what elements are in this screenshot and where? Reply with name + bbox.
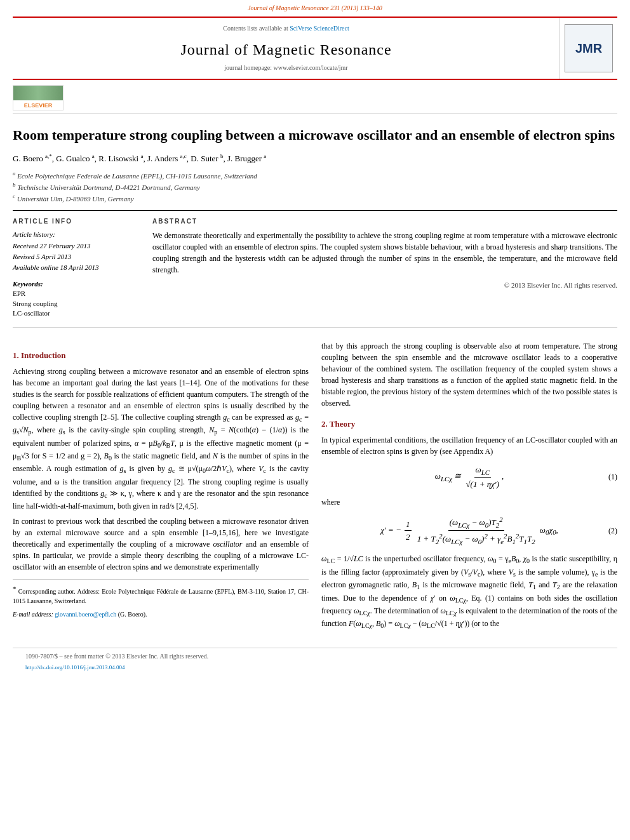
abstract-column: ABSTRACT We demonstrate theoretically an…: [152, 217, 617, 318]
theory-para2: ωLC = 1/√LC is the unperturbed oscillato…: [321, 553, 617, 630]
keyword-epr: EPR: [13, 289, 140, 298]
authors-text: G. Boero a,*, G. Gualco a, R. Lisowski a…: [13, 154, 266, 163]
footnote-email: E-mail address: giovanni.boero@epfl.ch (…: [13, 610, 309, 619]
intro-para1: Achieving strong coupling between a micr…: [13, 366, 309, 512]
eq1-fraction: ωLC √(1 + ηχ′): [464, 463, 500, 490]
equation-1-content: ωLCχ ≅ ωLC √(1 + ηχ′) ,: [321, 463, 617, 490]
email-link[interactable]: giovanni.boero@epfl.ch: [55, 611, 116, 618]
keyword-strong-coupling: Strong coupling: [13, 299, 140, 309]
keywords-section: Keywords: EPR Strong coupling LC-oscilla…: [13, 279, 140, 319]
copyright-line: © 2013 Elsevier Inc. All rights reserved…: [152, 281, 617, 290]
eq2-number: (2): [608, 525, 617, 537]
equation-2-content: χ′ = − 1 2 (ωLCχ − ω0)T22 1 + T22(ωLCχ −…: [321, 514, 617, 547]
journal-name-header: Journal of Magnetic Resonance: [180, 39, 391, 61]
body-columns: 1. Introduction Achieving strong couplin…: [13, 340, 617, 634]
affiliations: a Ecole Polytechnique Federale de Lausan…: [13, 170, 617, 204]
equation-1-block: ωLCχ ≅ ωLC √(1 + ηχ′) , (1): [321, 463, 617, 490]
article-history: Article history: Received 27 February 20…: [13, 230, 140, 273]
elsevier-logo: ELSEVIER: [13, 85, 64, 110]
received-date: Received 27 February 2013: [13, 241, 140, 251]
footnote-section: * Corresponding author. Address: Ecole P…: [13, 579, 309, 619]
body-right-column: that by this approach the strong couplin…: [321, 340, 617, 634]
body-left-column: 1. Introduction Achieving strong couplin…: [13, 340, 309, 634]
section-divider: [13, 327, 617, 328]
equation-2-block: χ′ = − 1 2 (ωLCχ − ω0)T22 1 + T22(ωLCχ −…: [321, 514, 617, 547]
jmr-logo: JMR: [565, 24, 613, 72]
journal-masthead-left: Contents lists available at SciVerse Sci…: [13, 18, 560, 79]
journal-citation: Journal of Magnetic Resonance 231 (2013)…: [248, 4, 382, 11]
abstract-text: We demonstrate theoretically and experim…: [152, 230, 617, 276]
article-title: Room temperature strong coupling between…: [13, 126, 617, 145]
abstract-label: ABSTRACT: [152, 217, 617, 226]
doi-text: 1090-7807/$ – see front matter © 2013 El…: [25, 652, 605, 661]
theory-heading: 2. Theory: [321, 418, 617, 430]
where-label: where: [321, 497, 617, 508]
doi-link: http://dx.doi.org/10.1016/j.jmr.2013.04.…: [25, 663, 605, 672]
main-content: Room temperature strong coupling between…: [0, 126, 630, 676]
article-info-column: ARTICLE INFO Article history: Received 2…: [13, 217, 140, 318]
contents-line: Contents lists available at SciVerse Sci…: [223, 24, 349, 33]
eq2-frac2: (ωLCχ − ω0)T22 1 + T22(ωLCχ − ω0)2 + γe2…: [416, 514, 537, 547]
keywords-label: Keywords:: [13, 280, 43, 288]
journal-top-bar: Journal of Magnetic Resonance 231 (2013)…: [0, 0, 630, 14]
elsevier-tree-graphic: [13, 86, 63, 100]
intro-heading: 1. Introduction: [13, 349, 309, 362]
elsevier-section: ELSEVIER: [13, 83, 617, 114]
keyword-lc-oscillator: LC-oscillator: [13, 309, 140, 318]
footer-bar: 1090-7807/$ – see front matter © 2013 El…: [13, 648, 617, 676]
authors-line: G. Boero a,*, G. Gualco a, R. Lisowski a…: [13, 152, 617, 164]
eq2-frac1: 1 2: [405, 518, 412, 543]
sciverse-link[interactable]: SciVerse ScienceDirect: [290, 25, 349, 32]
theory-para1: In typical experimental conditions, the …: [321, 434, 617, 457]
footnote-corresponding: * Corresponding author. Address: Ecole P…: [13, 583, 309, 606]
right-col-para1: that by this approach the strong couplin…: [321, 340, 617, 409]
history-label: Article history:: [13, 230, 140, 239]
doi-url[interactable]: http://dx.doi.org/10.1016/j.jmr.2013.04.…: [25, 664, 125, 670]
available-date: Available online 18 April 2013: [13, 263, 140, 272]
journal-homepage: journal homepage: www.elsevier.com/locat…: [224, 63, 347, 72]
article-info-abstract-columns: ARTICLE INFO Article history: Received 2…: [13, 210, 617, 318]
intro-para2: In contrast to previous work that descri…: [13, 516, 309, 573]
journal-header: Contents lists available at SciVerse Sci…: [13, 17, 617, 80]
eq1-number: (1): [608, 471, 617, 483]
revised-date: Revised 5 April 2013: [13, 252, 140, 262]
journal-header-right: JMR: [560, 18, 617, 79]
article-info-label: ARTICLE INFO: [13, 217, 140, 226]
